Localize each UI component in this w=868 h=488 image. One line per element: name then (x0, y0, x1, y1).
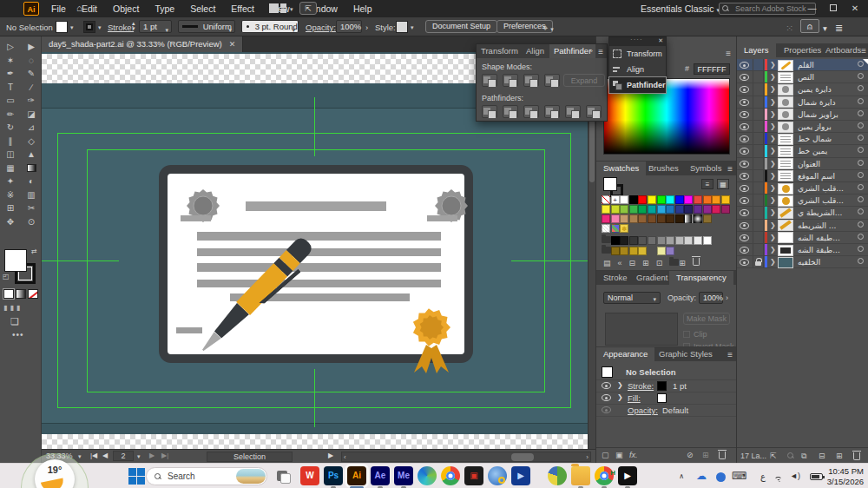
tab-close-icon[interactable]: ✕ (229, 40, 236, 49)
layer-row[interactable]: ❯دايرة شمال (737, 96, 868, 109)
tab-artboards[interactable]: Artboards (822, 43, 865, 57)
opacity-label[interactable]: Opacity: (306, 23, 336, 32)
appearance-menu-icon[interactable]: ≡ (727, 350, 733, 359)
layer-expand-icon[interactable]: ❯ (770, 85, 776, 93)
maximize-button[interactable] (824, 0, 843, 17)
panel-menu-titlebar[interactable]: ····✕ (609, 37, 666, 46)
swatch[interactable] (629, 205, 638, 214)
swatch[interactable] (620, 247, 628, 255)
next-artboard-icon[interactable]: ▶ (149, 452, 155, 459)
layer-name[interactable]: طبقة الشه... (798, 246, 840, 254)
swatch-registration[interactable]: + (611, 195, 620, 204)
tab-stroke[interactable]: Stroke (596, 271, 634, 285)
layer-target-icon[interactable] (858, 135, 864, 141)
taskbar-app-edge-icon[interactable] (418, 466, 437, 485)
layer-expand-icon[interactable]: ❯ (770, 147, 776, 155)
curvature-tool-icon[interactable]: ✎ (21, 67, 42, 81)
stroke-profile-dropdown[interactable]: Uniform▾ (178, 20, 235, 33)
opacity-expand[interactable]: › (365, 23, 368, 32)
stock-search-input[interactable]: Search Adobe Stock (719, 3, 816, 15)
tab-layers[interactable]: Layers (737, 43, 776, 57)
swatch[interactable] (684, 236, 693, 245)
swatch[interactable] (602, 224, 610, 233)
shape-builder-tool-icon[interactable]: ◫ (0, 148, 21, 162)
swatch[interactable] (648, 205, 656, 214)
menu-file[interactable]: File (43, 0, 74, 17)
swatch-none[interactable] (602, 195, 610, 204)
zoom-tool-icon[interactable]: ⊙ (21, 215, 42, 229)
stroke-color-chevron[interactable]: ▾ (98, 24, 102, 31)
menu-object[interactable]: Object (105, 0, 147, 17)
layer-expand-icon[interactable]: ❯ (770, 234, 776, 241)
shape-mode-exclude-icon[interactable] (544, 74, 560, 87)
column-graph-tool-icon[interactable]: ▥ (21, 188, 42, 202)
swatch[interactable] (694, 195, 702, 204)
layer-name[interactable]: العنوان (798, 160, 820, 168)
swatch[interactable] (684, 205, 693, 214)
none-button[interactable] (28, 289, 38, 299)
perspective-grid-tool-icon[interactable]: ▲ (21, 148, 42, 162)
layer-row[interactable]: ❯القلم (737, 59, 868, 71)
layer-name[interactable]: قلب الشري... (798, 196, 844, 205)
pen-tool-icon[interactable]: ✒ (0, 67, 21, 81)
taskbar-app-wps-icon[interactable]: W (300, 466, 319, 485)
magic-wand-tool-icon[interactable]: ✶ (0, 54, 21, 68)
tab-swatches[interactable]: Swatches (596, 162, 646, 175)
layer-target-icon[interactable] (858, 234, 864, 240)
layer-name[interactable]: يمين خط (798, 147, 827, 155)
swatch[interactable] (703, 205, 712, 214)
layer-expand-icon[interactable]: ❯ (770, 172, 776, 180)
layer-name[interactable]: الشريطة ي... (798, 208, 842, 217)
free-transform-tool-icon[interactable]: ◇ (21, 135, 42, 148)
type-tool-icon[interactable]: T (0, 81, 21, 95)
brush-dropdown[interactable]: 3 pt. Round▾ (241, 20, 299, 33)
stroke-stepper[interactable]: ▴▾ (132, 21, 135, 31)
layer-target-icon[interactable] (858, 258, 864, 264)
layer-expand-icon[interactable]: ❯ (770, 122, 776, 130)
swatch[interactable] (703, 195, 712, 204)
taskbar-app-media-encoder-icon[interactable]: Me (394, 466, 413, 485)
swatch[interactable] (629, 236, 638, 245)
layer-name[interactable]: قلب الشري... (798, 184, 844, 193)
swatch[interactable] (602, 214, 610, 223)
layer-row[interactable]: ❯الشريطة ي... (737, 207, 868, 219)
layer-name[interactable]: القلم (798, 61, 814, 69)
layout-switch-icon[interactable]: ▾ (269, 3, 292, 14)
layer-name[interactable]: الشريطه ... (798, 221, 836, 230)
appearance-fill-row[interactable]: ❯ Fill: (596, 392, 737, 405)
volume-icon[interactable]: ◄) (790, 464, 800, 488)
swatch[interactable] (611, 224, 620, 233)
swatch[interactable] (638, 247, 647, 255)
tp-opacity-expand[interactable]: › (726, 293, 728, 302)
layer-name[interactable]: دايرة شمال (798, 98, 836, 107)
swatch[interactable] (602, 205, 610, 214)
wifi-icon[interactable] (774, 477, 785, 485)
grid-icon[interactable]: ⁙ (786, 23, 793, 34)
swatch[interactable] (721, 205, 730, 214)
layer-row[interactable]: ❯النص (737, 71, 868, 83)
slice-tool-icon[interactable]: ✂ (21, 201, 42, 215)
touch-chevron[interactable]: ▾ (823, 23, 827, 33)
swatch[interactable] (721, 195, 730, 204)
status-expand-icon[interactable]: ▶ (328, 452, 333, 459)
award-rosette[interactable] (407, 307, 456, 376)
layer-visibility-eye-icon[interactable] (740, 185, 749, 192)
lasso-tool-icon[interactable]: ◌ (21, 54, 42, 68)
swatch-group-folder-icon[interactable] (602, 236, 611, 243)
layers-menu-icon[interactable]: ≡ (861, 46, 866, 56)
swatch[interactable] (675, 205, 684, 214)
prev-artboard-icon[interactable]: ◀ (102, 452, 108, 459)
appearance-opacity-row[interactable]: Opacity: Default (596, 405, 737, 417)
menu-close-icon[interactable]: ✕ (658, 37, 663, 44)
new-sublayer-icon[interactable]: ⊟ (819, 452, 825, 460)
blend-tool-icon[interactable]: ◐ (21, 175, 42, 188)
fill-swatch[interactable] (4, 249, 27, 272)
taskbar-app-chrome-icon[interactable] (441, 466, 460, 485)
width-tool-icon[interactable]: ∥ (0, 135, 21, 148)
layer-name[interactable]: النص (798, 73, 814, 82)
swatch[interactable] (638, 195, 647, 204)
pathfinder-outline-icon[interactable] (565, 105, 581, 118)
layer-visibility-eye-icon[interactable] (740, 173, 749, 180)
swatch[interactable] (620, 214, 628, 223)
swatch[interactable] (657, 236, 666, 245)
